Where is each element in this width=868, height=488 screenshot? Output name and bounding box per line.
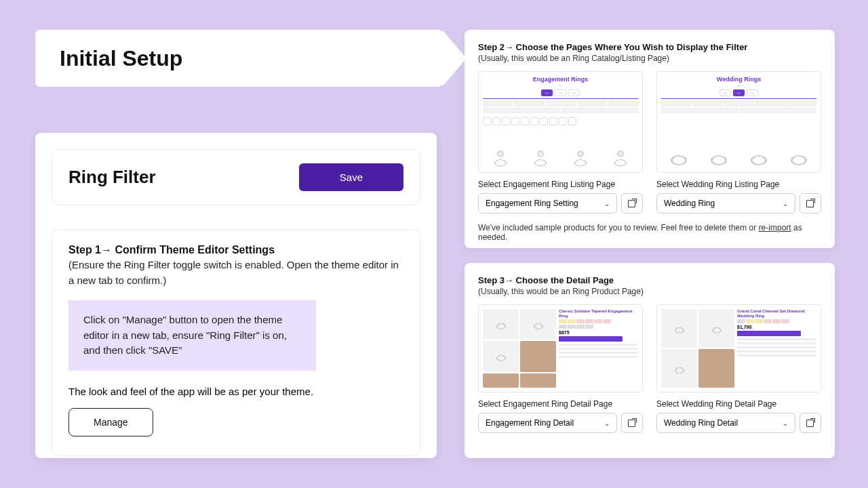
step2-footnote: We've included sample products for you t… (478, 223, 821, 242)
engagement-listing-select[interactable]: Engagement Ring Setting ⌄ (478, 193, 617, 214)
wedding-detail-select[interactable]: Wedding Ring Detail ⌄ (656, 413, 795, 433)
page-banner: Initial Setup (35, 30, 442, 87)
step3-left-col: Classic Solitaire Tapered Engagement Rin… (478, 304, 643, 433)
engagement-detail-preview: Classic Solitaire Tapered Engagement Rin… (478, 304, 643, 392)
chevron-down-icon: ⌄ (783, 420, 788, 427)
preview-price: $875 (559, 330, 638, 335)
step3-subtitle: (Usually, this would be an Ring Product … (478, 287, 821, 296)
step2-title: Step 2→ Choose the Pages Where You Wish … (478, 42, 821, 52)
step1-title: Step 1→ Confirm Theme Editor Settings (68, 244, 403, 256)
step2-right-col: Wedding Rings — ——— Select Wedding Ring … (656, 71, 821, 214)
wedding-detail-preview: Grand Canal Channel Set Diamond Wedding … (656, 304, 821, 392)
save-button[interactable]: Save (299, 163, 403, 191)
preview-product-name: Grand Canal Channel Set Diamond Wedding … (737, 309, 816, 318)
wedding-listing-select[interactable]: Wedding Ring ⌄ (656, 193, 795, 214)
select-value: Engagement Ring Setting (486, 199, 578, 208)
wedding-listing-preview: Wedding Rings — ——— (656, 71, 821, 173)
step1-note: Click on "Manage" button to open the the… (68, 300, 316, 371)
external-link-icon (628, 419, 636, 427)
step2-left-col: Engagement Rings — ——— Select Engagement… (478, 71, 643, 214)
step3-right-col: Grand Canal Channel Set Diamond Wedding … (656, 304, 821, 433)
step2-card: Step 2→ Choose the Pages Where You Wish … (465, 30, 835, 248)
wedding-detail-select-label: Select Wedding Ring Detail Page (656, 399, 821, 409)
step2-subtitle: (Usually, this would be an Ring Catalog/… (478, 54, 821, 63)
wedding-listing-select-label: Select Wedding Ring Listing Page (656, 180, 821, 189)
step3-title: Step 3→ Choose the Detail Page (478, 275, 821, 285)
ring-filter-heading: Ring Filter (68, 167, 156, 188)
step1-subtitle: (Ensure the Ring Filter toggle switch is… (68, 258, 403, 288)
open-wedding-detail-button[interactable] (800, 413, 821, 433)
select-value: Engagement Ring Detail (486, 418, 574, 428)
engagement-listing-select-label: Select Engagement Ring Listing Page (478, 180, 643, 189)
step1-box: Step 1→ Confirm Theme Editor Settings (E… (52, 230, 420, 456)
open-engagement-listing-button[interactable] (621, 193, 643, 214)
ring-filter-header: Ring Filter Save (52, 149, 420, 205)
manage-button[interactable]: Manage (68, 408, 153, 436)
preview-title: Engagement Rings (483, 76, 638, 83)
preview-price: $1,790 (737, 325, 816, 329)
step1-look-feel: The look and feel of the app will be as … (68, 386, 403, 397)
open-engagement-detail-button[interactable] (621, 413, 643, 433)
external-link-icon (806, 199, 814, 207)
select-value: Wedding Ring (664, 199, 715, 208)
engagement-listing-preview: Engagement Rings — ——— (478, 71, 643, 173)
reimport-link[interactable]: re-import (759, 223, 791, 232)
preview-product-name: Classic Solitaire Tapered Engagement Rin… (559, 309, 638, 318)
step1-card: Ring Filter Save Step 1→ Confirm Theme E… (35, 133, 437, 458)
select-value: Wedding Ring Detail (664, 418, 738, 428)
chevron-down-icon: ⌄ (783, 200, 788, 207)
engagement-detail-select[interactable]: Engagement Ring Detail ⌄ (478, 413, 617, 433)
external-link-icon (628, 199, 636, 207)
chevron-down-icon: ⌄ (604, 200, 610, 207)
open-wedding-listing-button[interactable] (800, 193, 821, 214)
external-link-icon (806, 419, 814, 427)
page-title: Initial Setup (60, 46, 182, 71)
preview-title: Wedding Rings (661, 76, 816, 83)
step3-card: Step 3→ Choose the Detail Page (Usually,… (465, 263, 835, 458)
engagement-detail-select-label: Select Engagement Ring Detail Page (478, 399, 643, 409)
chevron-down-icon: ⌄ (604, 420, 610, 427)
